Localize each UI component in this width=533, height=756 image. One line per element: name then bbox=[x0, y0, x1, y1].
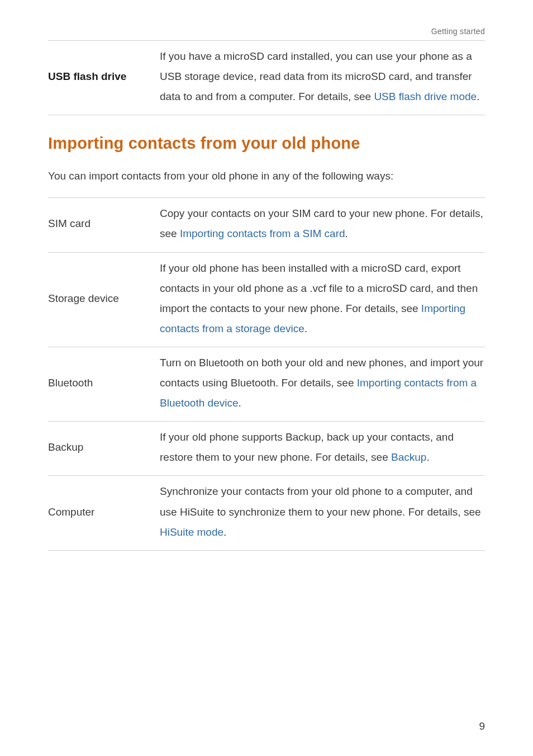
page-number: 9 bbox=[479, 720, 485, 733]
row-label-sim: SIM card bbox=[48, 214, 160, 234]
row-label-backup: Backup bbox=[48, 437, 160, 457]
row-desc-sim: Copy your contacts on your SIM card to y… bbox=[160, 204, 485, 244]
lead-paragraph: You can import contacts from your old ph… bbox=[48, 166, 485, 186]
table-row-storage: Storage device If your old phone has bee… bbox=[48, 253, 485, 347]
row-after-usb: . bbox=[477, 91, 479, 102]
row-label-bluetooth: Bluetooth bbox=[48, 373, 160, 393]
row-desc-computer: Synchronize your contacts from your old … bbox=[160, 481, 485, 542]
table-row-backup: Backup If your old phone supports Backup… bbox=[48, 422, 485, 475]
row-label-storage: Storage device bbox=[48, 289, 160, 309]
row-desc-storage: If your old phone has been installed wit… bbox=[160, 258, 485, 339]
row-after-bluetooth: . bbox=[239, 397, 241, 409]
divider bbox=[48, 550, 485, 551]
divider bbox=[48, 115, 485, 115]
page: Getting started USB flash drive If you h… bbox=[0, 0, 533, 756]
table-row-computer: Computer Synchronize your contacts from … bbox=[48, 476, 485, 550]
row-after-backup: . bbox=[426, 451, 429, 463]
link-import-sim[interactable]: Importing contacts from a SIM card bbox=[180, 228, 345, 239]
row-text-computer: Synchronize your contacts from your old … bbox=[160, 485, 481, 517]
link-usb-flash-drive-mode[interactable]: USB flash drive mode bbox=[374, 91, 477, 102]
row-desc-backup: If your old phone supports Backup, back … bbox=[160, 427, 485, 467]
table-row-usb: USB flash drive If you have a microSD ca… bbox=[48, 41, 485, 115]
row-after-computer: . bbox=[223, 526, 226, 538]
table-row-sim: SIM card Copy your contacts on your SIM … bbox=[48, 198, 485, 252]
row-label-usb: USB flash drive bbox=[48, 67, 160, 87]
row-desc-bluetooth: Turn on Bluetooth on both your old and n… bbox=[160, 353, 485, 413]
table-row-bluetooth: Bluetooth Turn on Bluetooth on both your… bbox=[48, 347, 485, 421]
row-after-sim: . bbox=[345, 228, 348, 239]
row-after-storage: . bbox=[304, 323, 307, 334]
row-desc-usb: If you have a microSD card installed, yo… bbox=[160, 46, 485, 107]
breadcrumb: Getting started bbox=[48, 27, 485, 36]
link-hisuite[interactable]: HiSuite mode bbox=[160, 526, 223, 538]
link-backup[interactable]: Backup bbox=[391, 451, 426, 463]
page-title: Importing contacts from your old phone bbox=[48, 134, 485, 153]
row-label-computer: Computer bbox=[48, 502, 160, 522]
